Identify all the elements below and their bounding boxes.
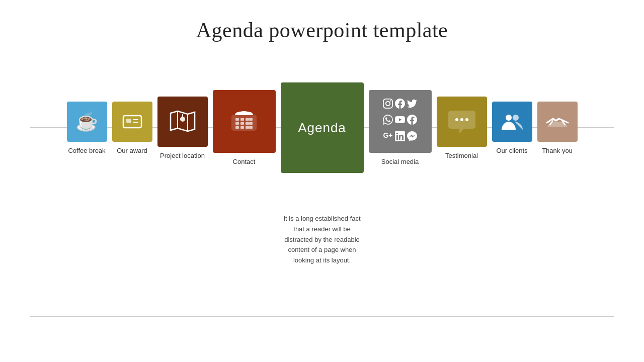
tile-coffee-break[interactable]: ☕ [67, 102, 107, 142]
youtube-icon [395, 114, 405, 129]
svg-rect-17 [240, 126, 244, 129]
item-agenda[interactable]: Agenda It is a long established fact tha… [281, 82, 364, 173]
award-icon [122, 115, 142, 129]
googleplus-icon: G+ [383, 131, 393, 145]
agenda-description: It is a long established fact that a rea… [282, 214, 362, 266]
svg-point-6 [180, 117, 185, 122]
label-project-location: Project location [160, 152, 205, 159]
label-social-media: Social media [381, 158, 419, 165]
instagram-icon [383, 98, 393, 113]
label-our-clients: Our clients [496, 147, 527, 154]
svg-rect-1 [126, 119, 131, 123]
label-our-award: Our award [117, 147, 147, 154]
svg-rect-11 [249, 118, 253, 121]
tile-testimonial[interactable] [437, 97, 487, 147]
svg-rect-16 [235, 126, 239, 129]
label-coffee-break: Coffee break [68, 147, 105, 154]
tile-thank-you[interactable] [537, 102, 578, 142]
whatsapp-icon [383, 114, 393, 129]
item-our-award[interactable]: Our award [112, 102, 152, 154]
agenda-label: Agenda [298, 120, 346, 136]
tile-agenda[interactable]: Agenda [281, 82, 364, 173]
svg-rect-10 [246, 118, 249, 121]
twitter-icon [407, 98, 417, 113]
svg-rect-8 [235, 118, 239, 121]
clients-icon [501, 113, 524, 131]
tile-social-media[interactable]: G+ [369, 90, 432, 153]
facebook-icon [395, 98, 405, 113]
svg-rect-19 [249, 126, 253, 129]
svg-rect-12 [235, 122, 239, 125]
handshake-icon [546, 113, 569, 131]
tile-contact[interactable] [213, 90, 276, 153]
item-thank-you[interactable]: Thank you [537, 102, 578, 154]
svg-point-23 [506, 115, 512, 121]
coffee-icon: ☕ [75, 111, 98, 132]
social-icons-grid: G+ [378, 93, 422, 150]
testimonial-icon [448, 109, 476, 134]
svg-rect-14 [246, 122, 249, 125]
item-our-clients[interactable]: Our clients [492, 102, 532, 154]
svg-rect-18 [246, 126, 249, 129]
item-testimonial[interactable]: Testimonial [437, 97, 487, 159]
svg-point-22 [465, 118, 468, 121]
label-thank-you: Thank you [542, 147, 573, 154]
item-contact[interactable]: Contact [213, 90, 276, 165]
page-title: Agenda powerpoint template [0, 0, 644, 42]
item-social-media[interactable]: G+ Social media [369, 90, 432, 165]
label-contact: Contact [233, 158, 256, 165]
svg-rect-9 [240, 118, 244, 121]
map-icon [169, 109, 197, 134]
linkedin-icon [395, 131, 405, 145]
facebook2-icon [407, 114, 417, 129]
tile-our-award[interactable] [112, 102, 152, 142]
item-coffee-break[interactable]: ☕ Coffee break [67, 102, 107, 154]
bottom-line [30, 316, 614, 317]
svg-rect-15 [249, 122, 253, 125]
svg-point-21 [460, 118, 463, 121]
items-row: ☕ Coffee break Our award [67, 82, 578, 173]
messenger-icon [407, 131, 417, 145]
timeline-section: ☕ Coffee break Our award [0, 82, 644, 173]
item-project-location[interactable]: Project location [157, 97, 208, 159]
label-testimonial: Testimonial [445, 152, 478, 159]
tile-our-clients[interactable] [492, 102, 532, 142]
svg-rect-13 [240, 122, 244, 125]
svg-point-20 [455, 118, 458, 121]
svg-point-24 [513, 115, 519, 121]
phone-icon [228, 107, 260, 136]
tile-project-location[interactable] [157, 97, 208, 147]
svg-rect-0 [123, 116, 141, 128]
